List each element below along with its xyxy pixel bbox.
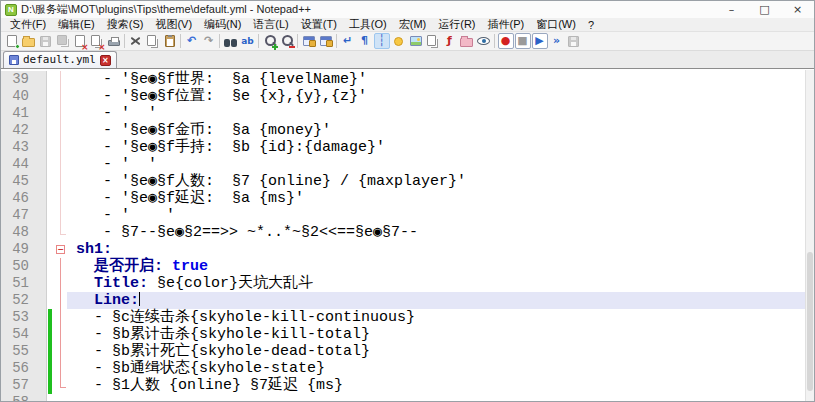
code-text[interactable]: sh1: (67, 241, 814, 258)
function-list-icon[interactable]: ƒ (442, 33, 458, 49)
find-icon[interactable] (223, 33, 239, 49)
zoom-out-icon[interactable] (279, 33, 295, 49)
editor-line-52[interactable]: 52 Line: (1, 292, 814, 309)
code-text[interactable]: - ' ' (67, 156, 814, 173)
menu-item-10[interactable]: 插件(P) (482, 17, 531, 32)
code-text[interactable]: - '§e◉§f世界: §a {levelName}' (67, 71, 814, 88)
fold-margin (54, 71, 67, 88)
undo-icon[interactable]: ↶ (184, 33, 200, 49)
replace-icon[interactable]: ab (240, 33, 256, 49)
menu-item-11[interactable]: 窗口(W) (530, 17, 582, 32)
menu-item-8[interactable]: 宏(M) (393, 17, 433, 32)
monitoring-icon[interactable] (476, 33, 492, 49)
copy-icon[interactable] (145, 33, 161, 49)
save-file-icon[interactable] (38, 33, 54, 49)
code-text[interactable]: - ' ' (67, 207, 814, 224)
document-map-icon[interactable] (408, 33, 424, 49)
editor-line-49[interactable]: 49− sh1: (1, 241, 814, 258)
word-wrap-icon[interactable]: ↵ (340, 33, 356, 49)
editor-line-41[interactable]: 41 - ' ' (1, 105, 814, 122)
sync-vertical-scrolling-icon[interactable] (301, 33, 317, 49)
menu-item-4[interactable]: 编码(N) (198, 17, 247, 32)
editor-line-42[interactable]: 42 - '§e◉§f金币: §a {money}' (1, 122, 814, 139)
menu-item-7[interactable]: 工具(O) (343, 17, 393, 32)
paste-icon[interactable] (162, 33, 178, 49)
toolbar-separator (297, 34, 298, 48)
vertical-scrollbar[interactable] (805, 70, 814, 401)
code-text[interactable]: - §c连续击杀{skyhole-kill-continuous} (67, 309, 814, 326)
code-text[interactable]: - '§e◉§f手持: §b {id}:{damage}' (67, 139, 814, 156)
close-button[interactable]: × (781, 1, 814, 18)
code-text[interactable]: Line: (67, 292, 814, 309)
tab-default-yml[interactable]: default.yml × (3, 51, 117, 68)
fold-margin (54, 309, 67, 326)
editor-line-53[interactable]: 53 - §c连续击杀{skyhole-kill-continuous} (1, 309, 814, 326)
code-text[interactable]: - '§e◉§f金币: §a {money}' (67, 122, 814, 139)
maximize-button[interactable]: □ (748, 1, 781, 18)
code-text[interactable]: - ' ' (67, 105, 814, 122)
indent-guide-icon[interactable]: ┆ (374, 33, 390, 49)
menu-item-3[interactable]: 视图(V) (149, 17, 198, 32)
zoom-in-icon[interactable] (262, 33, 278, 49)
editor-line-44[interactable]: 44 - ' ' (1, 156, 814, 173)
code-text[interactable]: - §1人数 {online} §7延迟 {ms} (67, 377, 814, 394)
code-text[interactable]: 是否开启: true (67, 258, 814, 275)
close-all-icon[interactable]: × (89, 33, 105, 49)
macro-stop-icon[interactable]: ■ (515, 33, 531, 49)
fold-margin (54, 105, 67, 122)
redo-icon[interactable]: ↷ (201, 33, 217, 49)
text-editor[interactable]: 39 - '§e◉§f世界: §a {levelName}'40 - '§e◉§… (1, 70, 814, 401)
editor-line-48[interactable]: 48 - §7--§e◉§2==>> ~*..*~§2<<==§e◉§7-- (1, 224, 814, 241)
menu-item-12[interactable]: ? (582, 19, 600, 31)
define-language-icon[interactable] (391, 33, 407, 49)
editor-line-40[interactable]: 40 - '§e◉§f位置: §e {x},{y},{z}' (1, 88, 814, 105)
code-text[interactable]: - '§e◉§f延迟: §a {ms}' (67, 190, 814, 207)
minimize-button[interactable]: – (715, 1, 748, 18)
editor-line-54[interactable]: 54 - §b累计击杀{skyhole-kill-total} (1, 326, 814, 343)
fold-collapse-icon[interactable]: − (56, 245, 65, 254)
editor-line-57[interactable]: 57 - §1人数 {online} §7延迟 {ms} (1, 377, 814, 394)
sync-horizontal-scrolling-icon[interactable] (318, 33, 334, 49)
folder-as-workspace-icon[interactable] (459, 33, 475, 49)
close-file-icon[interactable]: × (72, 33, 88, 49)
editor-line-45[interactable]: 45 - '§e◉§f人数: §7 {online} / {maxplayer}… (1, 173, 814, 190)
menu-item-0[interactable]: 文件(F) (4, 17, 52, 32)
editor-line-51[interactable]: 51 Title: §e{color}天坑大乱斗 (1, 275, 814, 292)
code-text[interactable]: - §7--§e◉§2==>> ~*..*~§2<<==§e◉§7-- (67, 224, 814, 241)
scrollbar-thumb[interactable] (807, 252, 813, 391)
macro-play-icon[interactable]: ▶ (532, 33, 548, 49)
code-text[interactable]: - §b累计击杀{skyhole-kill-total} (67, 326, 814, 343)
new-file-icon[interactable] (4, 33, 20, 49)
document-list-icon[interactable] (425, 33, 441, 49)
code-text[interactable]: - §b累计死亡{skyhole-dead-total} (67, 343, 814, 360)
editor-line-43[interactable]: 43 - '§e◉§f手持: §b {id}:{damage}' (1, 139, 814, 156)
tab-close-icon[interactable]: × (100, 55, 111, 66)
menu-item-2[interactable]: 搜索(S) (101, 17, 150, 32)
cut-icon[interactable] (128, 33, 144, 49)
editor-line-56[interactable]: 56 - §b通缉状态{skyhole-state} (1, 360, 814, 377)
open-file-icon[interactable] (21, 33, 37, 49)
editor-line-58[interactable]: 58 (1, 394, 814, 401)
editor-line-50[interactable]: 50 是否开启: true (1, 258, 814, 275)
code-text[interactable] (67, 394, 814, 401)
menu-item-9[interactable]: 运行(R) (432, 17, 481, 32)
macro-save-icon[interactable] (566, 33, 582, 49)
code-text[interactable]: Title: §e{color}天坑大乱斗 (67, 275, 814, 292)
menu-item-1[interactable]: 编辑(E) (52, 17, 101, 32)
code-text[interactable]: - §b通缉状态{skyhole-state} (67, 360, 814, 377)
code-text[interactable]: - '§e◉§f人数: §7 {online} / {maxplayer}' (67, 173, 814, 190)
macro-record-icon[interactable]: ● (498, 33, 514, 49)
editor-line-55[interactable]: 55 - §b累计死亡{skyhole-dead-total} (1, 343, 814, 360)
change-marker (47, 377, 54, 394)
fold-margin (54, 207, 67, 224)
macro-run-multiple-icon[interactable]: » (549, 33, 565, 49)
editor-line-47[interactable]: 47 - ' ' (1, 207, 814, 224)
menu-item-5[interactable]: 语言(L) (247, 17, 294, 32)
code-text[interactable]: - '§e◉§f位置: §e {x},{y},{z}' (67, 88, 814, 105)
save-all-icon[interactable] (55, 33, 71, 49)
print-icon[interactable] (106, 33, 122, 49)
show-all-characters-icon[interactable]: ¶ (357, 33, 373, 49)
editor-line-46[interactable]: 46 - '§e◉§f延迟: §a {ms}' (1, 190, 814, 207)
editor-line-39[interactable]: 39 - '§e◉§f世界: §a {levelName}' (1, 71, 814, 88)
menu-item-6[interactable]: 设置(T) (295, 17, 343, 32)
